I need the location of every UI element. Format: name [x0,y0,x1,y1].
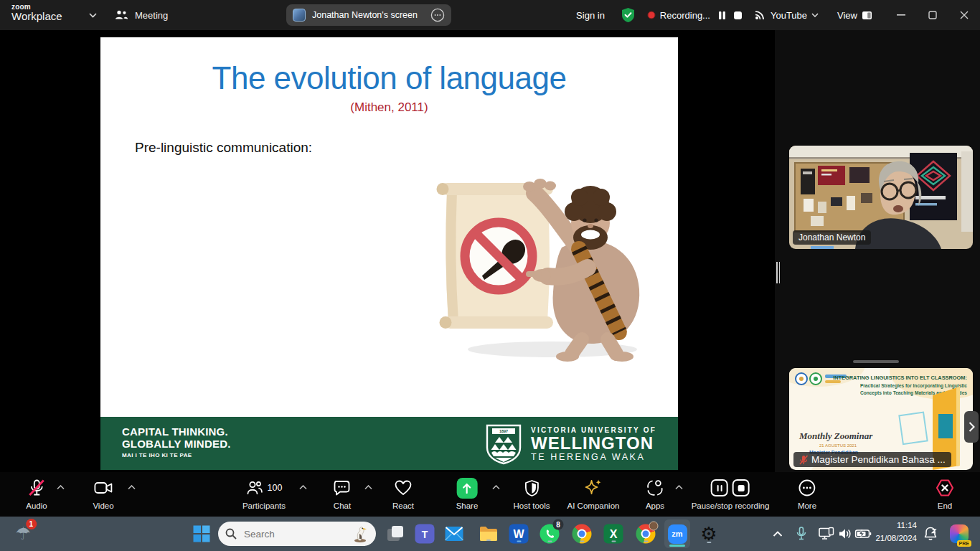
zoom-meeting-window: zoom Workplace Meeting Jonathan Newton's… [0,0,980,551]
apps-button[interactable]: Apps [646,478,664,510]
uni-line2: WELLINGTON [531,434,656,452]
close-button[interactable] [948,0,980,30]
video-options-chevron-icon[interactable] [128,485,136,490]
audio-options-chevron-icon[interactable] [57,485,65,490]
maximize-button[interactable] [917,0,948,30]
recording-status: Recording... [660,10,710,21]
audio-activity-bar [811,246,834,249]
teams-icon: T [415,524,435,544]
folder-running-indicator [486,540,491,542]
windows-start-icon [193,525,211,543]
share-button[interactable]: Share [456,478,479,510]
search-highlight-bird-icon[interactable] [353,525,369,542]
taskbar-search[interactable] [218,522,376,546]
tray-umbrella-app-icon[interactable]: ☂ 1 [15,524,31,544]
participant-video-magister[interactable]: INTEGRATING LINGUISTICS INTO ELT CLASSRO… [789,368,973,470]
university-name: VICTORIA UNIVERSITY OF WELLINGTON TE HER… [531,426,656,462]
task-view-button[interactable] [386,524,405,543]
tab-meeting[interactable]: Meeting [115,0,168,30]
shared-screen-label: Jonathan Newton's screen [312,10,418,20]
recording-label: Pause/stop recording [692,501,770,510]
apps-chevron-icon[interactable] [675,485,683,490]
clock-date: 21/08/2024 [875,532,917,545]
participant-video-jonathan[interactable]: Jonathan Newton [789,146,973,249]
chevron-up-icon [773,531,783,537]
zoom-app-icon[interactable]: zm [664,519,690,548]
university-shield-icon: 1897 [485,423,522,465]
tray-volume[interactable] [838,528,852,540]
next-videos-page-button[interactable] [964,411,979,443]
ai-companion-button[interactable]: AI Companion [567,478,620,510]
video-button[interactable]: Video [93,478,113,510]
ai-companion-label: AI Companion [567,501,620,510]
pause-recording-icon[interactable] [717,11,727,20]
file-explorer-icon[interactable] [479,525,499,542]
share-chevron-icon[interactable] [492,485,500,490]
react-label: React [392,501,414,510]
end-meeting-button[interactable]: End [935,478,955,510]
cast-monitor-icon [819,527,834,541]
chrome-profile-app-icon[interactable] [636,524,656,544]
shared-screen-area: The evolution of language (Mithen, 2011)… [0,30,775,472]
pause-recording-icon[interactable] [711,479,728,496]
windows-taskbar: ☂ 1 [0,517,980,551]
meeting-tab-label: Meeting [135,10,168,21]
video-camera-icon [93,480,113,496]
settings-app-icon[interactable]: ⚙ [700,523,717,545]
whatsapp-app-icon[interactable]: 8 [540,524,560,544]
excel-app-icon[interactable]: X [604,524,623,544]
participant-name-tag: Magister Pendidikan Bahasa ... [793,452,951,467]
mail-icon [445,526,464,542]
mic-muted-icon [799,455,808,465]
stop-recording-icon[interactable] [732,479,750,496]
participant-2-name: Magister Pendidikan Bahasa ... [811,454,946,465]
chat-button[interactable]: Chat [333,478,352,510]
tray-expand-button[interactable] [773,531,783,537]
sign-in-link[interactable]: Sign in [576,10,605,21]
view-label: View [837,10,857,21]
pause-stop-recording-button[interactable]: Pause/stop recording [692,478,770,510]
word-running-indicator [517,540,521,542]
pill-more-options-icon[interactable] [430,8,445,22]
tray-cast-device[interactable] [819,527,834,541]
poster-script-title: Monthly Zoominar [798,430,873,441]
notifications-button[interactable] [923,527,938,542]
mail-app-icon[interactable] [445,526,464,542]
search-input[interactable] [242,528,336,540]
tray-microphone[interactable] [796,527,807,541]
more-button[interactable]: More [798,478,816,510]
participants-button[interactable]: 100 Participants [242,478,286,510]
workspace-chevron-down-icon[interactable] [89,13,97,18]
umbrella-notification-badge: 1 [26,519,37,529]
word-app-icon[interactable]: W [509,524,529,544]
host-tools-shield-icon [524,479,540,497]
view-layout-icon [862,11,872,20]
copilot-button[interactable]: PRE [950,524,969,543]
stop-recording-icon[interactable] [733,11,743,20]
participants-icon [246,479,263,496]
start-button[interactable] [193,525,211,543]
task-view-icon [386,524,405,543]
view-menu[interactable]: View [837,10,872,21]
video-sidebar: Jonathan Newton INTEGRATING LINGUISTICS … [775,30,980,472]
tray-battery[interactable] [855,529,872,539]
teams-app-icon[interactable]: T [415,524,435,544]
recording-label: Recording... [660,10,710,21]
heart-react-icon [394,479,413,496]
audio-button[interactable]: Audio [26,478,47,510]
chat-chevron-icon[interactable] [364,485,372,490]
youtube-stream-menu[interactable]: YouTube [771,10,819,21]
host-tools-button[interactable]: Host tools [513,478,550,510]
taskbar-clock[interactable]: 11:14 21/08/2024 [875,519,917,545]
ai-companion-sparkle-icon [583,479,603,497]
panel-resize-handle[interactable] [776,262,782,283]
meeting-people-icon [115,10,128,21]
shared-screen-pill[interactable]: Jonathan Newton's screen [286,4,451,26]
brand-workplace-text: Workplace [11,11,62,23]
participants-chevron-icon[interactable] [299,485,307,490]
chrome-app-icon[interactable] [573,524,592,544]
thumbnail-drag-handle[interactable] [853,360,899,363]
react-button[interactable]: React [392,478,414,510]
minimize-button[interactable] [885,0,917,30]
security-shield-icon[interactable] [621,7,636,23]
